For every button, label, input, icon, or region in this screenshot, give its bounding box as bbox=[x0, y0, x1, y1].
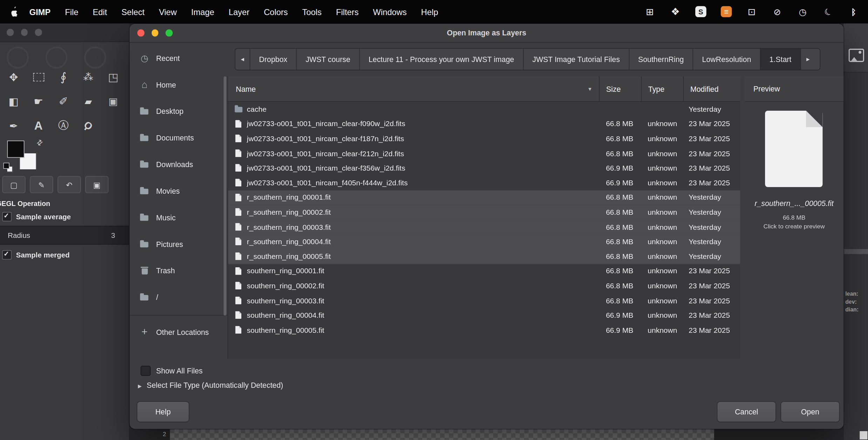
path-segment[interactable]: Dropbox bbox=[250, 49, 296, 70]
clone-tool[interactable] bbox=[101, 89, 126, 114]
file-type-expander[interactable]: Select File Type (Automatically Detected… bbox=[138, 381, 283, 390]
cancel-button[interactable]: Cancel bbox=[717, 401, 776, 422]
close-button[interactable] bbox=[137, 29, 144, 36]
sidebar-item[interactable]: Recent bbox=[130, 45, 228, 71]
menu-item[interactable]: View bbox=[152, 7, 184, 16]
sidebar-item[interactable]: / bbox=[130, 284, 228, 310]
inactive-close-button[interactable] bbox=[7, 29, 14, 36]
open-button[interactable]: Open bbox=[780, 401, 840, 422]
table-row[interactable]: jw02733-o001_t001_nircam_f405n-f444w_i2d… bbox=[228, 176, 740, 190]
paths-tool[interactable] bbox=[1, 114, 26, 138]
eraser-tool[interactable] bbox=[76, 89, 101, 114]
table-row[interactable]: r_southern_ring_00005.fit 66.8 MB unknow… bbox=[228, 249, 740, 264]
crop-tool[interactable] bbox=[101, 65, 126, 89]
grid-icon[interactable] bbox=[645, 6, 656, 17]
menu-item[interactable]: Edit bbox=[85, 7, 114, 16]
table-row[interactable]: cache Yesterday bbox=[228, 102, 740, 117]
rectangle-select-tool[interactable] bbox=[26, 65, 51, 89]
dropbox-icon[interactable] bbox=[670, 6, 681, 17]
sidebar-item[interactable]: Home bbox=[130, 71, 228, 98]
back-button[interactable]: ◂ bbox=[235, 49, 250, 70]
move-tool[interactable] bbox=[1, 65, 26, 89]
text-tool[interactable] bbox=[26, 114, 51, 138]
path-segment[interactable]: SouthernRing bbox=[629, 49, 693, 70]
zoom-button[interactable] bbox=[166, 29, 173, 36]
show-all-files-checkbox[interactable] bbox=[140, 366, 150, 376]
sidebar-scrollbar[interactable] bbox=[223, 76, 226, 316]
zoom-tool[interactable] bbox=[76, 114, 101, 138]
table-row[interactable]: southern_ring_00001.fit 66.8 MB unknown … bbox=[228, 264, 740, 279]
menu-item[interactable]: Select bbox=[114, 7, 152, 16]
swap-colors-icon[interactable]: ⇄ bbox=[35, 137, 44, 147]
stats-icon[interactable] bbox=[695, 6, 707, 17]
do-not-disturb-icon[interactable] bbox=[772, 6, 783, 17]
table-row[interactable]: southern_ring_00004.fit 66.9 MB unknown … bbox=[228, 308, 740, 323]
inactive-minimize-button[interactable] bbox=[21, 29, 28, 36]
path-segment[interactable]: 1.Start bbox=[760, 49, 800, 70]
path-segment[interactable]: Lecture 11 - Process your own JWST image bbox=[359, 49, 523, 70]
sidebar-item[interactable]: Music bbox=[130, 204, 228, 231]
table-row[interactable]: r_southern_ring_00002.fit 66.8 MB unknow… bbox=[228, 205, 740, 220]
fuzzy-select-tool[interactable] bbox=[76, 65, 101, 89]
menu-item[interactable]: Colors bbox=[257, 7, 295, 16]
column-header-modified[interactable]: Modified bbox=[683, 76, 740, 102]
path-segment[interactable]: LowResolution bbox=[693, 49, 760, 70]
menu-item[interactable]: Image bbox=[184, 7, 221, 16]
table-row[interactable]: r_southern_ring_00004.fit 66.8 MB unknow… bbox=[228, 234, 740, 249]
foreground-color-swatch[interactable] bbox=[7, 140, 25, 158]
help-button[interactable]: Help bbox=[137, 401, 189, 422]
column-header-type[interactable]: Type bbox=[641, 76, 683, 102]
table-row[interactable]: jw02733-o001_t001_nircam_clear-f090w_i2d… bbox=[228, 117, 740, 131]
table-row[interactable]: southern_ring_00003.fit 66.8 MB unknown … bbox=[228, 293, 740, 308]
image-thumbnail-icon[interactable] bbox=[849, 49, 864, 62]
bucket-fill-tool[interactable] bbox=[1, 89, 26, 114]
menu-item[interactable]: Tools bbox=[295, 7, 329, 16]
column-header-size[interactable]: Size bbox=[599, 76, 641, 102]
table-row[interactable]: southern_ring_00002.fit 66.8 MB unknown … bbox=[228, 279, 740, 293]
sidebar-item[interactable]: Movies bbox=[130, 178, 228, 204]
table-row[interactable]: r_southern_ring_00003.fit 66.8 MB unknow… bbox=[228, 220, 740, 234]
sidebar-item[interactable]: Desktop bbox=[130, 98, 228, 125]
smudge-tool[interactable] bbox=[26, 89, 51, 114]
inactive-zoom-button[interactable] bbox=[35, 29, 42, 36]
sidebar-item-other-locations[interactable]: Other Locations bbox=[130, 320, 228, 344]
menu-item[interactable]: Filters bbox=[329, 7, 366, 16]
default-colors-icon[interactable] bbox=[3, 163, 9, 169]
clipboard-icon[interactable] bbox=[721, 6, 732, 17]
bluetooth-icon[interactable] bbox=[848, 6, 859, 17]
sidebar-item[interactable]: Trash bbox=[130, 257, 228, 284]
menu-item[interactable]: Help bbox=[414, 7, 446, 16]
timer-icon[interactable] bbox=[797, 6, 808, 17]
app-menu-title[interactable]: GIMP bbox=[22, 7, 58, 16]
sort-descending-icon[interactable]: ▼ bbox=[587, 86, 592, 92]
apple-menu-icon[interactable] bbox=[10, 6, 19, 17]
font-tool[interactable] bbox=[51, 114, 76, 138]
dock-splitter[interactable] bbox=[843, 249, 868, 254]
sidebar-item[interactable]: Pictures bbox=[130, 231, 228, 257]
restore-preset-button[interactable] bbox=[57, 176, 81, 193]
forward-button[interactable]: ▸ bbox=[800, 49, 815, 70]
sidebar-item[interactable]: Downloads bbox=[130, 151, 228, 178]
radius-spinner[interactable]: Radius 3 bbox=[0, 226, 129, 245]
moon-icon[interactable] bbox=[822, 6, 834, 17]
path-segment[interactable]: JWST Image Tutorial Files bbox=[523, 49, 629, 70]
dock-corner-handle[interactable] bbox=[860, 431, 867, 440]
sidebar-item[interactable]: Documents bbox=[130, 124, 228, 151]
menu-item[interactable]: Layer bbox=[221, 7, 256, 16]
table-row[interactable]: jw02733-o001_t001_nircam_clear-f187n_i2d… bbox=[228, 131, 740, 146]
document-preview-icon[interactable] bbox=[765, 111, 822, 187]
menu-item[interactable]: File bbox=[58, 7, 85, 16]
dialog-titlebar[interactable]: Open Image as Layers bbox=[130, 24, 844, 43]
edit-preset-button[interactable] bbox=[30, 176, 53, 193]
table-row[interactable]: southern_ring_00005.fit 66.9 MB unknown … bbox=[228, 323, 740, 337]
preset-button[interactable] bbox=[2, 176, 25, 193]
table-row[interactable]: r_southern_ring_00001.fit 66.8 MB unknow… bbox=[228, 190, 740, 205]
sample-merged-checkbox[interactable] bbox=[2, 250, 12, 260]
sample-average-checkbox[interactable] bbox=[2, 212, 12, 221]
table-row[interactable]: jw02733-o001_t001_nircam_clear-f212n_i2d… bbox=[228, 146, 740, 161]
path-segment[interactable]: JWST course bbox=[296, 49, 359, 70]
column-header-name[interactable]: Name ▼ bbox=[228, 76, 599, 102]
box-icon[interactable] bbox=[746, 6, 757, 17]
preview-hint[interactable]: Click to create preview bbox=[745, 223, 844, 230]
duplicate-preset-button[interactable] bbox=[85, 176, 108, 193]
